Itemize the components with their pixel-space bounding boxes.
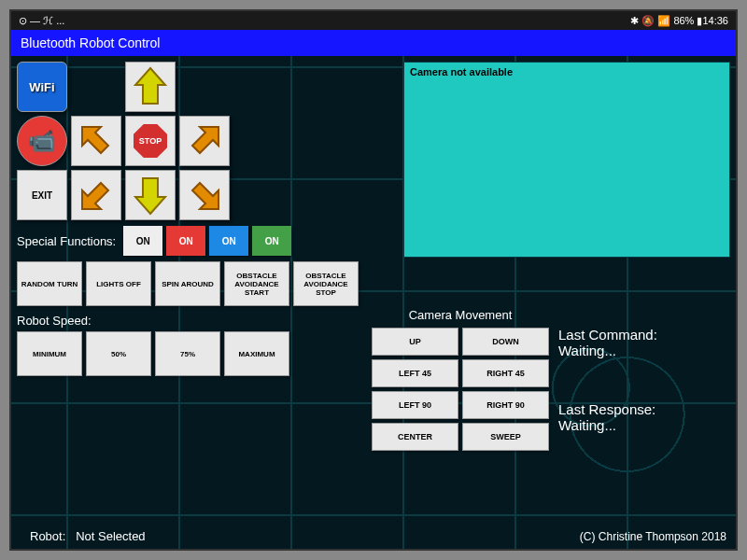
turn-left-fwd-button[interactable]	[71, 116, 121, 166]
last-command: Last Command: Waiting...	[558, 327, 717, 358]
last-response: Last Response: Waiting...	[558, 401, 717, 433]
camera-status: Camera not available	[404, 63, 729, 81]
speed-50-button[interactable]: 50%	[86, 331, 151, 376]
copyright: (C) Christine Thompson 2018	[580, 530, 726, 543]
obstacle-start-button[interactable]: OBSTACLE AVOIDANCE START	[224, 261, 289, 306]
wifi-icon: WiFi	[29, 80, 54, 94]
spin-around-button[interactable]: SPIN AROUND	[155, 261, 220, 306]
stop-button[interactable]: STOP	[125, 116, 176, 166]
status-bar: ⊙ — ℋ ... ✱ 🔕 📶 86% ▮14:36	[11, 11, 736, 30]
camera-icon: 📹	[28, 128, 56, 154]
speed-max-button[interactable]: MAXIMUM	[224, 331, 289, 376]
cam-left90-button[interactable]: LEFT 90	[372, 391, 458, 419]
turn-right-fwd-button[interactable]	[179, 116, 230, 166]
obstacle-stop-button[interactable]: OBSTACLE AVOIDANCE STOP	[293, 261, 359, 306]
status-left: ⊙ — ℋ ...	[19, 15, 64, 27]
cam-right45-button[interactable]: RIGHT 45	[462, 359, 549, 387]
special-toggle-4[interactable]: ON	[252, 226, 291, 256]
cam-left45-button[interactable]: LEFT 45	[372, 359, 458, 387]
title-bar: Bluetooth Robot Control	[11, 30, 736, 56]
exit-button[interactable]: EXIT	[17, 170, 67, 220]
cam-right90-button[interactable]: RIGHT 90	[462, 391, 549, 419]
status-right: ✱ 🔕 📶 86% ▮14:36	[630, 15, 728, 27]
cam-up-button[interactable]: UP	[372, 328, 458, 356]
cam-down-button[interactable]: DOWN	[462, 328, 549, 356]
wifi-button[interactable]: WiFi	[17, 62, 67, 112]
lights-off-button[interactable]: LIGHTS OFF	[86, 261, 151, 306]
record-button[interactable]: 📹	[17, 116, 67, 166]
app-title: Bluetooth Robot Control	[21, 35, 160, 50]
stop-icon: STOP	[134, 124, 167, 158]
special-toggle-1[interactable]: ON	[123, 226, 162, 256]
forward-button[interactable]	[125, 62, 176, 112]
cam-sweep-button[interactable]: SWEEP	[462, 423, 549, 451]
turn-left-back-button[interactable]	[71, 170, 121, 220]
random-turn-button[interactable]: RANDOM TURN	[17, 261, 82, 306]
speed-min-button[interactable]: MINIMUM	[17, 331, 82, 376]
special-toggle-2[interactable]: ON	[166, 226, 205, 256]
robot-status: Robot: Not Selected	[30, 529, 146, 543]
turn-right-back-button[interactable]	[179, 170, 230, 220]
backward-button[interactable]	[125, 170, 176, 220]
special-toggle-3[interactable]: ON	[209, 226, 248, 256]
cam-center-button[interactable]: CENTER	[372, 423, 458, 451]
camera-view: Camera not available	[403, 62, 730, 258]
speed-75-button[interactable]: 75%	[155, 331, 220, 376]
special-functions-label: Special Functions:	[17, 234, 116, 248]
camera-movement-label: Camera Movement	[372, 308, 549, 322]
